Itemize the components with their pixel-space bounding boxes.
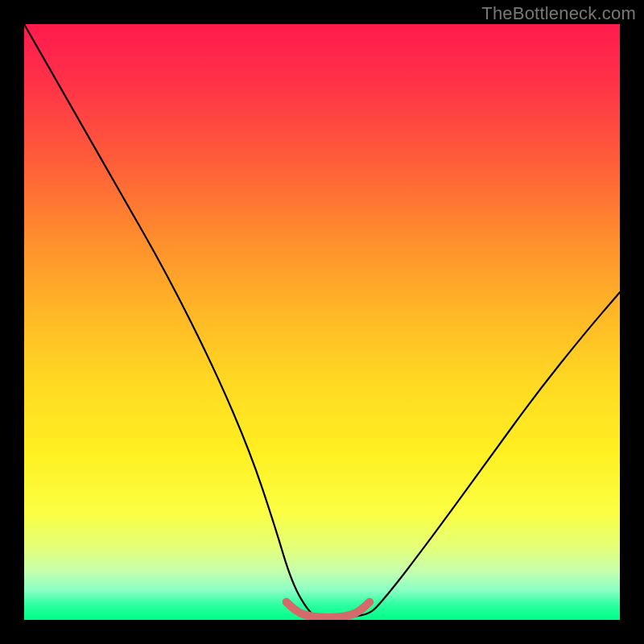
- curve-layer: [24, 24, 620, 620]
- chart-frame: TheBottleneck.com: [0, 0, 644, 644]
- bottleneck-curve: [24, 24, 620, 620]
- watermark-text: TheBottleneck.com: [481, 3, 636, 24]
- bottom-marker-curve: [287, 602, 370, 617]
- plot-area: [24, 24, 620, 620]
